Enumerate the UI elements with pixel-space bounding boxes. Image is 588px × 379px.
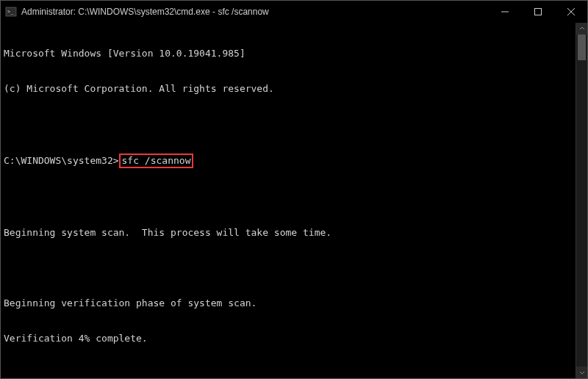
version-line: Microsoft Windows [Version 10.0.19041.98… (4, 48, 573, 59)
copyright-line: (c) Microsoft Corporation. All rights re… (4, 83, 573, 95)
svg-text:>_: >_ (7, 9, 14, 15)
scan-begin-line: Beginning system scan. This process will… (4, 227, 573, 239)
titlebar-left: >_ Administrator: C:\WINDOWS\system32\cm… (5, 6, 269, 18)
command-prompt-window: >_ Administrator: C:\WINDOWS\system32\cm… (0, 0, 588, 379)
command-highlight: sfc /scannow (119, 154, 194, 168)
blank-line (4, 262, 573, 274)
scroll-down-arrow-icon[interactable] (576, 367, 587, 378)
prompt-line: C:\WINDOWS\system32>sfc /scannow (4, 154, 573, 168)
minimize-button[interactable] (488, 1, 521, 23)
window-controls (488, 1, 587, 23)
terminal-output[interactable]: Microsoft Windows [Version 10.0.19041.98… (1, 23, 576, 378)
command-text: sfc /scannow (122, 155, 191, 166)
vertical-scrollbar[interactable] (576, 23, 587, 378)
window-title: Administrator: C:\WINDOWS\system32\cmd.e… (21, 7, 269, 17)
titlebar[interactable]: >_ Administrator: C:\WINDOWS\system32\cm… (1, 1, 587, 23)
close-button[interactable] (554, 1, 587, 23)
svg-rect-3 (534, 9, 541, 15)
verification-begin-line: Beginning verification phase of system s… (4, 297, 573, 309)
blank-line (4, 192, 573, 203)
scroll-up-arrow-icon[interactable] (576, 23, 587, 35)
content-area: Microsoft Windows [Version 10.0.19041.98… (1, 23, 587, 378)
blank-line (4, 118, 573, 130)
scroll-thumb[interactable] (578, 35, 586, 60)
scroll-track[interactable] (576, 35, 587, 367)
maximize-button[interactable] (521, 1, 554, 23)
verification-progress-line: Verification 4% complete. (4, 333, 573, 344)
cmd-icon: >_ (5, 6, 17, 18)
prompt-text: C:\WINDOWS\system32> (4, 155, 119, 167)
